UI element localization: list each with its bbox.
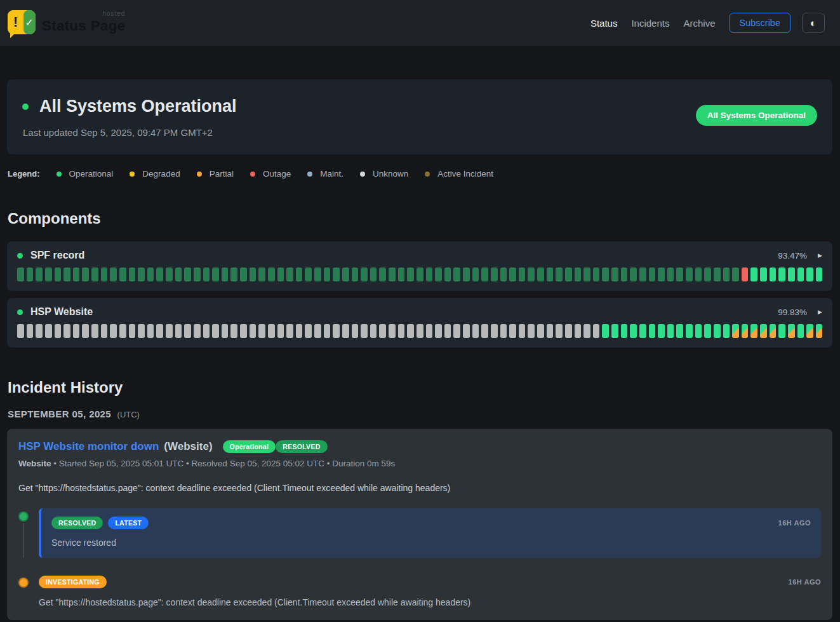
uptime-bar-operational-dim[interactable] bbox=[55, 267, 62, 281]
uptime-bar-unknown[interactable] bbox=[342, 324, 349, 338]
uptime-bar-operational-dim[interactable] bbox=[398, 267, 405, 281]
uptime-bar-operational-dim[interactable] bbox=[222, 267, 229, 281]
uptime-bar-operational[interactable] bbox=[797, 267, 804, 281]
uptime-bar-operational-dim[interactable] bbox=[649, 267, 656, 281]
uptime-bar-unknown[interactable] bbox=[370, 324, 377, 338]
uptime-bar-operational-dim[interactable] bbox=[138, 267, 145, 281]
uptime-bar-operational-dim[interactable] bbox=[91, 267, 98, 281]
nav-item-status[interactable]: Status bbox=[590, 18, 618, 29]
uptime-bar-operational[interactable] bbox=[676, 324, 683, 338]
uptime-bar-operational-dim[interactable] bbox=[453, 267, 460, 281]
uptime-bar-operational-dim[interactable] bbox=[630, 267, 637, 281]
uptime-bar-unknown[interactable] bbox=[129, 324, 136, 338]
uptime-bar-operational-dim[interactable] bbox=[27, 267, 34, 281]
uptime-bar-mixed[interactable] bbox=[760, 324, 767, 338]
uptime-bar-unknown[interactable] bbox=[110, 324, 117, 338]
uptime-bar-operational[interactable] bbox=[788, 267, 795, 281]
uptime-bar-operational[interactable] bbox=[621, 324, 628, 338]
uptime-bar-mixed[interactable] bbox=[750, 324, 757, 338]
uptime-bar-unknown[interactable] bbox=[463, 324, 470, 338]
uptime-bar-operational-dim[interactable] bbox=[101, 267, 108, 281]
uptime-bar-operational-dim[interactable] bbox=[258, 267, 265, 281]
uptime-bar-operational[interactable] bbox=[760, 267, 767, 281]
uptime-bar-operational-dim[interactable] bbox=[528, 267, 535, 281]
uptime-bar-operational-dim[interactable] bbox=[250, 267, 257, 281]
uptime-bar-outage[interactable] bbox=[742, 267, 749, 281]
uptime-bar-operational-dim[interactable] bbox=[565, 267, 572, 281]
uptime-bar-operational[interactable] bbox=[639, 324, 646, 338]
uptime-bar-unknown[interactable] bbox=[472, 324, 479, 338]
uptime-bar-operational-dim[interactable] bbox=[277, 267, 284, 281]
uptime-bar-unknown[interactable] bbox=[277, 324, 284, 338]
uptime-bar-operational[interactable] bbox=[797, 324, 804, 338]
uptime-bar-operational-dim[interactable] bbox=[658, 267, 665, 281]
uptime-bar-operational[interactable] bbox=[704, 324, 711, 338]
uptime-bar-operational-dim[interactable] bbox=[82, 267, 89, 281]
uptime-bar-operational[interactable] bbox=[649, 324, 656, 338]
uptime-bar-operational-dim[interactable] bbox=[676, 267, 683, 281]
uptime-bar-unknown[interactable] bbox=[556, 324, 563, 338]
uptime-bar-operational[interactable] bbox=[778, 324, 785, 338]
uptime-bar-operational-dim[interactable] bbox=[537, 267, 544, 281]
uptime-bar-unknown[interactable] bbox=[119, 324, 126, 338]
uptime-bar-operational-dim[interactable] bbox=[667, 267, 674, 281]
subscribe-button[interactable]: Subscribe bbox=[730, 13, 790, 33]
uptime-bar-operational-dim[interactable] bbox=[166, 267, 173, 281]
uptime-bar-unknown[interactable] bbox=[82, 324, 89, 338]
uptime-bar-operational[interactable] bbox=[770, 267, 777, 281]
uptime-bar-operational-dim[interactable] bbox=[509, 267, 516, 281]
uptime-bar-unknown[interactable] bbox=[453, 324, 460, 338]
uptime-bar-unknown[interactable] bbox=[435, 324, 442, 338]
uptime-bar-operational-dim[interactable] bbox=[519, 267, 526, 281]
uptime-bar-operational-dim[interactable] bbox=[184, 267, 191, 281]
uptime-bar-operational-dim[interactable] bbox=[175, 267, 182, 281]
uptime-bar-unknown[interactable] bbox=[17, 324, 24, 338]
uptime-bar-operational-dim[interactable] bbox=[17, 267, 24, 281]
uptime-bar-unknown[interactable] bbox=[324, 324, 331, 338]
uptime-bar-operational[interactable] bbox=[695, 324, 702, 338]
uptime-bar-unknown[interactable] bbox=[407, 324, 414, 338]
uptime-bar-operational-dim[interactable] bbox=[361, 267, 368, 281]
uptime-bar-unknown[interactable] bbox=[333, 324, 340, 338]
uptime-bar-unknown[interactable] bbox=[184, 324, 191, 338]
uptime-bar-operational-dim[interactable] bbox=[36, 267, 43, 281]
uptime-bar-operational-dim[interactable] bbox=[268, 267, 275, 281]
component-expand-arrow-icon[interactable]: ▶ bbox=[818, 252, 822, 259]
uptime-bar-operational-dim[interactable] bbox=[472, 267, 479, 281]
uptime-bar-unknown[interactable] bbox=[194, 324, 201, 338]
uptime-bar-unknown[interactable] bbox=[593, 324, 600, 338]
uptime-bar-unknown[interactable] bbox=[203, 324, 210, 338]
uptime-bar-operational-dim[interactable] bbox=[45, 267, 52, 281]
uptime-bar-unknown[interactable] bbox=[491, 324, 498, 338]
uptime-bar-operational-dim[interactable] bbox=[463, 267, 470, 281]
incident-title-link[interactable]: HSP Website monitor down bbox=[18, 440, 159, 453]
uptime-bar-unknown[interactable] bbox=[519, 324, 526, 338]
uptime-bar-mixed[interactable] bbox=[806, 324, 813, 338]
uptime-bar-unknown[interactable] bbox=[537, 324, 544, 338]
uptime-bar-operational-dim[interactable] bbox=[73, 267, 80, 281]
uptime-bar-operational[interactable] bbox=[806, 267, 813, 281]
uptime-bar-operational-dim[interactable] bbox=[602, 267, 609, 281]
uptime-bar-unknown[interactable] bbox=[352, 324, 359, 338]
uptime-bar-operational[interactable] bbox=[630, 324, 637, 338]
uptime-bar-unknown[interactable] bbox=[73, 324, 80, 338]
uptime-bar-operational[interactable] bbox=[611, 324, 618, 338]
uptime-bar-operational-dim[interactable] bbox=[407, 267, 414, 281]
uptime-bar-operational-dim[interactable] bbox=[119, 267, 126, 281]
uptime-bar-unknown[interactable] bbox=[314, 324, 321, 338]
uptime-bar-unknown[interactable] bbox=[509, 324, 516, 338]
uptime-bar-operational-dim[interactable] bbox=[500, 267, 507, 281]
uptime-bar-unknown[interactable] bbox=[91, 324, 98, 338]
uptime-bar-operational-dim[interactable] bbox=[63, 267, 70, 281]
uptime-bar-unknown[interactable] bbox=[138, 324, 145, 338]
uptime-bar-unknown[interactable] bbox=[230, 324, 237, 338]
uptime-bar-operational-dim[interactable] bbox=[611, 267, 618, 281]
uptime-bar-unknown[interactable] bbox=[258, 324, 265, 338]
uptime-bar-unknown[interactable] bbox=[175, 324, 182, 338]
uptime-bar-unknown[interactable] bbox=[296, 324, 303, 338]
uptime-bar-operational-dim[interactable] bbox=[352, 267, 359, 281]
uptime-bar-operational-dim[interactable] bbox=[379, 267, 386, 281]
uptime-bar-operational-dim[interactable] bbox=[286, 267, 293, 281]
component-expand-arrow-icon[interactable]: ▶ bbox=[818, 309, 822, 315]
uptime-bar-unknown[interactable] bbox=[55, 324, 62, 338]
